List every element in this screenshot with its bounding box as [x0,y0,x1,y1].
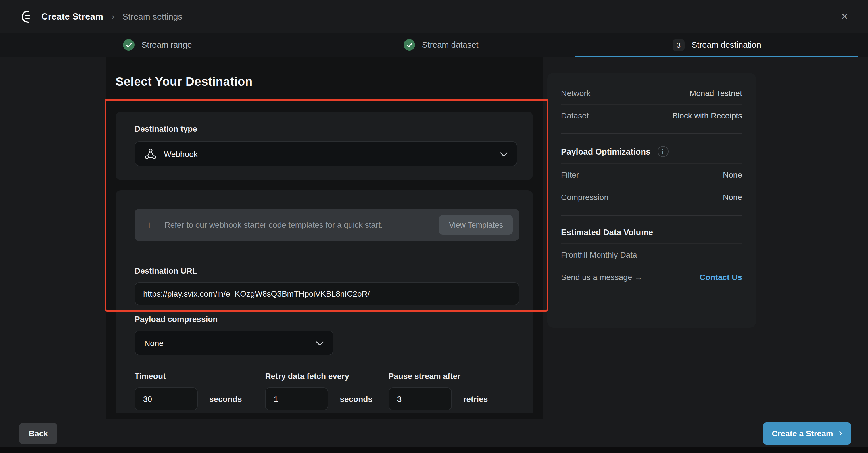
payload-compression-label: Payload compression [134,314,519,324]
payload-compression-select[interactable]: None [134,331,333,355]
destination-url-label: Destination URL [134,266,519,275]
info-banner-text: Refer to our webhook starter code templa… [164,220,439,230]
section-heading: Select Your Destination [116,75,542,89]
retry-input[interactable] [265,388,328,411]
network-label: Network [561,89,591,98]
create-stream-label: Create a Stream [772,429,833,438]
summary-section-stream: Network Monad Testnet Dataset Block with… [561,79,742,130]
estimated-volume-heading: Estimated Data Volume [561,228,653,237]
estimated-volume-row: Estimated Data Volume [561,221,742,243]
timeout-input[interactable] [134,388,198,411]
contact-us-link[interactable]: Contact Us [700,272,742,282]
header-bar: Create Stream › Stream settings ✕ [0,0,868,33]
step-label: Stream range [142,40,192,50]
dataset-row: Dataset Block with Receipts [561,104,742,126]
dataset-value: Block with Receipts [672,111,742,120]
pause-label: Pause stream after [389,371,519,381]
retry-label: Retry data fetch every [265,371,388,381]
info-icon: i [148,220,150,230]
compression-row: Compression None [561,186,742,208]
payload-optimizations-heading: Payload Optimizations [561,147,650,156]
destination-details-card: i Refer to our webhook starter code temp… [116,190,533,413]
retry-settings-row: Timeout seconds Retry data fetch every s… [134,371,519,411]
footer-bar: Back Create a Stream › [0,419,868,447]
compression-label: Compression [561,192,609,202]
destination-type-value: Webhook [164,149,500,158]
chevron-down-icon [500,149,507,159]
info-banner: i Refer to our webhook starter code temp… [134,209,519,241]
destination-type-card: Destination type Webhook [116,112,533,180]
step-stream-dataset[interactable]: Stream dataset [404,33,478,57]
chevron-down-icon [316,338,323,348]
breadcrumb-chevron-icon: › [111,11,114,22]
timeout-group: Timeout seconds [134,371,265,411]
pause-unit: retries [463,394,488,403]
retry-group: Retry data fetch every seconds [265,371,388,411]
steps-bar: Stream range Stream dataset 3 Stream des… [0,33,868,58]
step-label: Stream destination [691,40,761,50]
app-logo-icon [20,9,34,24]
summary-section-volume: Estimated Data Volume Frontfill Monthly … [561,215,742,292]
summary-section-optimizations: Payload Optimizations i Filter None Comp… [561,133,742,212]
breadcrumb: Stream settings [122,11,182,21]
payload-compression-value: None [144,338,316,348]
destination-url-input[interactable] [134,282,519,305]
view-templates-button[interactable]: View Templates [439,215,513,235]
timeout-unit: seconds [209,394,242,403]
close-icon[interactable]: ✕ [841,12,848,21]
network-value: Monad Testnet [689,89,742,98]
frontfill-label: Frontfill Monthly Data [561,250,637,259]
step-stream-range[interactable]: Stream range [123,33,192,57]
filter-label: Filter [561,170,579,179]
step-stream-destination[interactable]: 3 Stream destination [673,33,761,57]
payload-optimizations-row: Payload Optimizations i [561,140,742,163]
step-label: Stream dataset [422,40,478,50]
destination-type-select[interactable]: Webhook [134,142,517,166]
check-icon [123,39,134,51]
check-icon [404,39,415,51]
timeout-label: Timeout [134,371,265,381]
frontfill-row: Frontfill Monthly Data [561,243,742,266]
network-row: Network Monad Testnet [561,82,742,104]
step-number-badge: 3 [673,39,685,51]
chevron-right-icon: › [839,428,842,439]
page-title: Create Stream [41,11,103,22]
dataset-label: Dataset [561,111,589,120]
create-stream-button[interactable]: Create a Stream › [763,422,851,445]
filter-row: Filter None [561,163,742,186]
filter-value: None [723,170,742,179]
create-stream-modal: Create Stream › Stream settings ✕ Stream… [0,0,868,453]
compression-value: None [723,192,742,202]
back-button[interactable]: Back [19,422,58,444]
destination-form-panel: Select Your Destination Destination type [106,58,542,419]
bottom-strip [0,447,868,453]
contact-row: Send us a message → Contact Us [561,266,742,288]
send-message-label: Send us a message → [561,272,642,282]
info-icon[interactable]: i [657,146,668,157]
summary-panel: Network Monad Testnet Dataset Block with… [547,73,756,328]
content-area: Select Your Destination Destination type [0,58,868,419]
pause-group: Pause stream after retries [389,371,519,411]
retry-unit: seconds [340,394,372,403]
webhook-icon [144,147,157,160]
pause-input[interactable] [389,388,452,411]
destination-type-label: Destination type [134,124,517,133]
